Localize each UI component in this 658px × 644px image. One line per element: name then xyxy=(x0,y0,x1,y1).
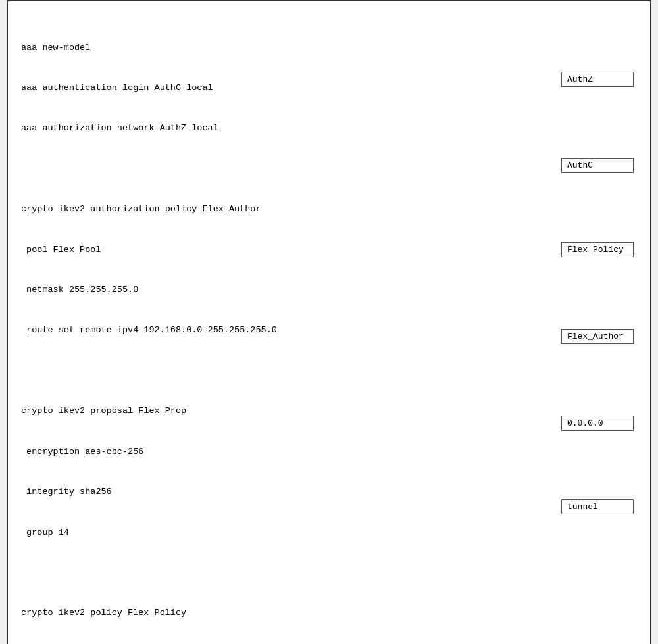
sidebar-label-flex-author: Flex_Author xyxy=(561,329,634,344)
line-11: encryption aes-cbc-256 xyxy=(21,445,532,459)
sidebar: AuthZ AuthC Flex_Policy Flex_Author 0.0.… xyxy=(538,8,644,644)
sidebar-label-authz: AuthZ xyxy=(561,72,634,87)
sidebar-label-authc: AuthC xyxy=(561,158,634,173)
line-14 xyxy=(21,566,532,580)
line-8: route set remote ipv4 192.168.0.0 255.25… xyxy=(21,324,532,337)
code-area: aaa new-model aaa authentication login A… xyxy=(14,8,538,644)
sidebar-label-flex-policy: Flex_Policy xyxy=(561,242,634,257)
line-6: pool Flex_Pool xyxy=(21,243,532,257)
line-1: aaa new-model xyxy=(21,41,532,55)
line-12: integrity sha256 xyxy=(21,485,532,499)
line-15: crypto ikev2 policy Flex_Policy xyxy=(21,607,532,620)
sidebar-label-ip-address: 0.0.0.0 xyxy=(561,416,634,431)
line-10: crypto ikev2 proposal Flex_Prop xyxy=(21,405,532,418)
line-7: netmask 255.255.255.0 xyxy=(21,284,532,297)
line-2: aaa authentication login AuthC local xyxy=(21,82,532,95)
line-5: crypto ikev2 authorization policy Flex_A… xyxy=(21,203,532,216)
line-13: group 14 xyxy=(21,526,532,540)
sidebar-label-tunnel: tunnel xyxy=(561,499,634,514)
line-3: aaa authorization network AuthZ local xyxy=(21,122,532,136)
line-4 xyxy=(21,162,532,176)
line-9 xyxy=(21,364,532,378)
main-container: aaa new-model aaa authentication login A… xyxy=(7,0,651,644)
